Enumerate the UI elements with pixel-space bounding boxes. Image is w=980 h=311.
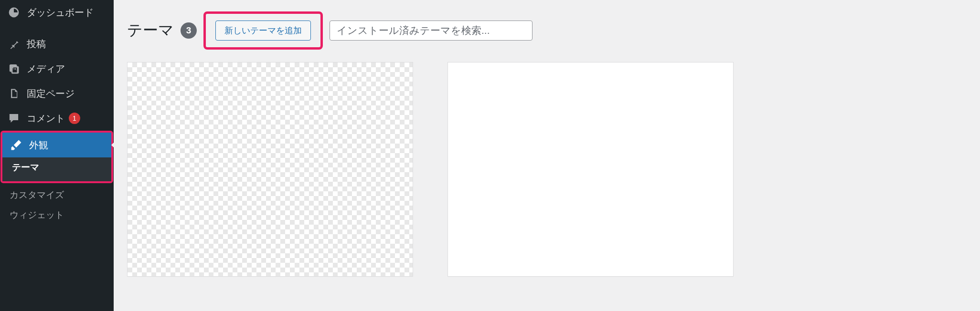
sidebar-label: コメント [27, 112, 65, 125]
sidebar-item-appearance[interactable]: 外観 [2, 133, 111, 157]
comments-count-badge: 1 [69, 113, 80, 124]
sidebar-item-posts[interactable]: 投稿 [0, 31, 114, 56]
dashboard-icon [8, 6, 20, 19]
submenu-label: ウィジェット [10, 210, 64, 220]
brush-icon [10, 139, 22, 151]
sidebar-item-comments[interactable]: コメント 1 [0, 106, 114, 131]
highlight-add-button: 新しいテーマを追加 [203, 11, 323, 50]
sidebar-item-pages[interactable]: 固定ページ [0, 81, 114, 106]
sidebar-item-dashboard[interactable]: ダッシュボード [0, 0, 114, 25]
appearance-submenu-rest: カスタマイズ ウィジェット [0, 183, 114, 229]
admin-sidebar: ダッシュボード 投稿 メディア 固定ページ コメント 1 外観 [0, 0, 114, 311]
theme-count-badge: 3 [181, 22, 197, 39]
add-new-theme-button[interactable]: 新しいテーマを追加 [215, 21, 311, 41]
sidebar-label: 外観 [29, 139, 48, 152]
submenu-label: カスタマイズ [10, 190, 64, 200]
submenu-item-widgets[interactable]: ウィジェット [0, 205, 114, 225]
theme-card[interactable] [127, 62, 413, 277]
page-title: テーマ 3 [127, 20, 197, 41]
sidebar-item-media[interactable]: メディア [0, 56, 114, 81]
pages-icon [8, 87, 20, 100]
media-icon [8, 62, 20, 75]
page-title-text: テーマ [127, 20, 174, 41]
appearance-submenu: テーマ [2, 157, 111, 181]
sidebar-label: 投稿 [27, 38, 46, 51]
theme-search-input[interactable] [330, 21, 533, 41]
submenu-label: テーマ [12, 162, 39, 172]
sidebar-label: 固定ページ [27, 87, 75, 100]
pin-icon [8, 38, 20, 50]
theme-grid [127, 62, 967, 277]
theme-card[interactable] [447, 62, 734, 277]
highlight-appearance-group: 外観 テーマ [0, 131, 113, 183]
page-header: テーマ 3 新しいテーマを追加 [127, 11, 967, 50]
submenu-item-customize[interactable]: カスタマイズ [0, 185, 114, 205]
submenu-item-themes[interactable]: テーマ [2, 157, 111, 177]
sidebar-label: メディア [27, 62, 65, 75]
main-content: テーマ 3 新しいテーマを追加 [114, 0, 980, 311]
sidebar-label: ダッシュボード [27, 6, 94, 19]
comment-icon [8, 112, 20, 124]
